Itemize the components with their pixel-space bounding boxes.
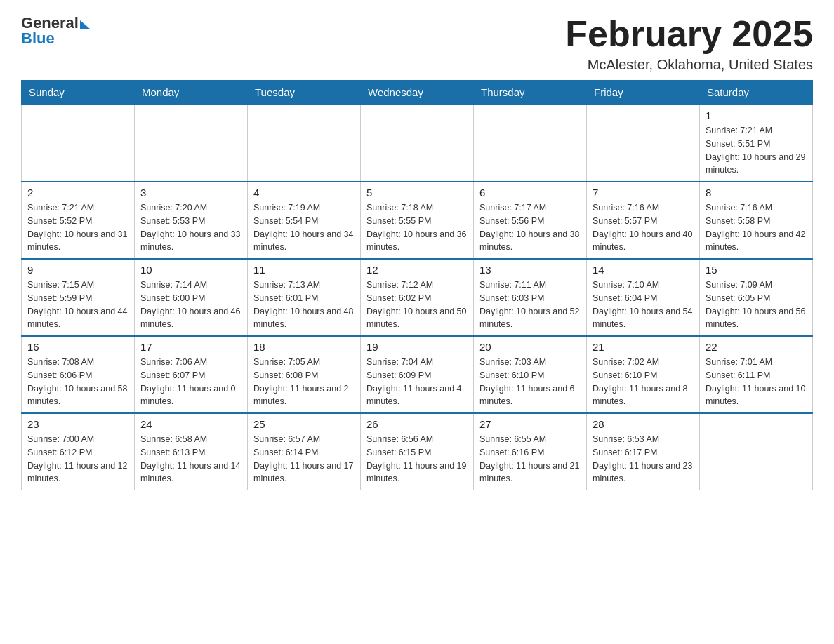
- day-number: 26: [366, 418, 468, 430]
- day-info: Sunrise: 7:11 AMSunset: 6:03 PMDaylight:…: [479, 279, 581, 331]
- day-of-week-header: Wednesday: [361, 81, 474, 105]
- day-info: Sunrise: 7:04 AMSunset: 6:09 PMDaylight:…: [366, 356, 468, 408]
- day-info: Sunrise: 6:57 AMSunset: 6:14 PMDaylight:…: [253, 433, 355, 485]
- day-info: Sunrise: 7:05 AMSunset: 6:08 PMDaylight:…: [253, 356, 355, 408]
- calendar-day-cell: 24Sunrise: 6:58 AMSunset: 6:13 PMDayligh…: [135, 413, 248, 490]
- calendar-day-cell: 14Sunrise: 7:10 AMSunset: 6:04 PMDayligh…: [587, 259, 700, 336]
- day-info: Sunrise: 7:21 AMSunset: 5:51 PMDaylight:…: [706, 124, 807, 177]
- calendar-day-cell: 13Sunrise: 7:11 AMSunset: 6:03 PMDayligh…: [474, 259, 587, 336]
- calendar-day-cell: 5Sunrise: 7:18 AMSunset: 5:55 PMDaylight…: [361, 182, 474, 259]
- calendar-week-row: 2Sunrise: 7:21 AMSunset: 5:52 PMDaylight…: [22, 182, 813, 259]
- day-number: 1: [706, 109, 807, 121]
- calendar-day-cell: 8Sunrise: 7:16 AMSunset: 5:58 PMDaylight…: [700, 182, 813, 259]
- calendar-day-cell: 11Sunrise: 7:13 AMSunset: 6:01 PMDayligh…: [248, 259, 361, 336]
- day-of-week-header: Friday: [587, 81, 700, 105]
- calendar-day-cell: 10Sunrise: 7:14 AMSunset: 6:00 PMDayligh…: [135, 259, 248, 336]
- month-title: February 2025: [565, 14, 813, 54]
- calendar-day-cell: 22Sunrise: 7:01 AMSunset: 6:11 PMDayligh…: [700, 336, 813, 413]
- day-number: 12: [366, 264, 468, 276]
- page-header: General Blue February 2025 McAlester, Ok…: [21, 14, 813, 73]
- calendar-day-cell: [700, 413, 813, 490]
- calendar-day-cell: 7Sunrise: 7:16 AMSunset: 5:57 PMDaylight…: [587, 182, 700, 259]
- day-number: 11: [253, 264, 355, 276]
- calendar-day-cell: 23Sunrise: 7:00 AMSunset: 6:12 PMDayligh…: [22, 413, 135, 490]
- day-of-week-header: Thursday: [474, 81, 587, 105]
- day-number: 7: [593, 187, 694, 199]
- calendar-day-cell: 18Sunrise: 7:05 AMSunset: 6:08 PMDayligh…: [248, 336, 361, 413]
- day-info: Sunrise: 6:56 AMSunset: 6:15 PMDaylight:…: [366, 433, 468, 485]
- logo-arrow-icon: [80, 20, 90, 29]
- calendar-day-cell: 12Sunrise: 7:12 AMSunset: 6:02 PMDayligh…: [361, 259, 474, 336]
- calendar-day-cell: 2Sunrise: 7:21 AMSunset: 5:52 PMDaylight…: [22, 182, 135, 259]
- calendar-week-row: 1Sunrise: 7:21 AMSunset: 5:51 PMDaylight…: [22, 105, 813, 182]
- day-number: 3: [140, 187, 241, 199]
- day-info: Sunrise: 6:53 AMSunset: 6:17 PMDaylight:…: [593, 433, 694, 485]
- calendar-day-cell: 16Sunrise: 7:08 AMSunset: 6:06 PMDayligh…: [22, 336, 135, 413]
- logo: General Blue: [21, 14, 90, 48]
- calendar-day-cell: [361, 105, 474, 182]
- day-number: 5: [366, 187, 468, 199]
- calendar-day-cell: 1Sunrise: 7:21 AMSunset: 5:51 PMDaylight…: [700, 105, 813, 182]
- day-number: 28: [593, 418, 694, 430]
- calendar-day-cell: 15Sunrise: 7:09 AMSunset: 6:05 PMDayligh…: [700, 259, 813, 336]
- day-info: Sunrise: 7:06 AMSunset: 6:07 PMDaylight:…: [140, 356, 241, 408]
- day-info: Sunrise: 7:02 AMSunset: 6:10 PMDaylight:…: [593, 356, 694, 408]
- day-number: 10: [140, 264, 241, 276]
- calendar-day-cell: 21Sunrise: 7:02 AMSunset: 6:10 PMDayligh…: [587, 336, 700, 413]
- day-number: 21: [593, 341, 694, 353]
- day-number: 14: [593, 264, 694, 276]
- day-number: 13: [479, 264, 581, 276]
- day-of-week-header: Tuesday: [248, 81, 361, 105]
- day-info: Sunrise: 7:18 AMSunset: 5:55 PMDaylight:…: [366, 201, 468, 254]
- calendar-week-row: 16Sunrise: 7:08 AMSunset: 6:06 PMDayligh…: [22, 336, 813, 413]
- calendar-day-cell: [474, 105, 587, 182]
- day-number: 17: [140, 341, 241, 353]
- calendar-day-cell: [22, 105, 135, 182]
- calendar-week-row: 9Sunrise: 7:15 AMSunset: 5:59 PMDaylight…: [22, 259, 813, 336]
- day-info: Sunrise: 7:16 AMSunset: 5:57 PMDaylight:…: [593, 201, 694, 254]
- logo-blue-text: Blue: [21, 29, 55, 48]
- day-number: 15: [706, 264, 807, 276]
- calendar-day-cell: [135, 105, 248, 182]
- calendar-day-cell: 28Sunrise: 6:53 AMSunset: 6:17 PMDayligh…: [587, 413, 700, 490]
- day-info: Sunrise: 7:16 AMSunset: 5:58 PMDaylight:…: [706, 201, 807, 254]
- calendar-table: SundayMondayTuesdayWednesdayThursdayFrid…: [21, 80, 813, 490]
- day-number: 19: [366, 341, 468, 353]
- calendar-day-cell: 6Sunrise: 7:17 AMSunset: 5:56 PMDaylight…: [474, 182, 587, 259]
- day-info: Sunrise: 7:01 AMSunset: 6:11 PMDaylight:…: [706, 356, 807, 408]
- day-info: Sunrise: 6:58 AMSunset: 6:13 PMDaylight:…: [140, 433, 241, 485]
- day-info: Sunrise: 7:13 AMSunset: 6:01 PMDaylight:…: [253, 279, 355, 331]
- day-of-week-header: Sunday: [22, 81, 135, 105]
- day-info: Sunrise: 7:09 AMSunset: 6:05 PMDaylight:…: [706, 279, 807, 331]
- calendar-day-cell: [587, 105, 700, 182]
- calendar-day-cell: 4Sunrise: 7:19 AMSunset: 5:54 PMDaylight…: [248, 182, 361, 259]
- calendar-day-cell: 9Sunrise: 7:15 AMSunset: 5:59 PMDaylight…: [22, 259, 135, 336]
- calendar-day-cell: 26Sunrise: 6:56 AMSunset: 6:15 PMDayligh…: [361, 413, 474, 490]
- day-info: Sunrise: 7:15 AMSunset: 5:59 PMDaylight:…: [27, 279, 128, 331]
- day-info: Sunrise: 7:12 AMSunset: 6:02 PMDaylight:…: [366, 279, 468, 331]
- day-info: Sunrise: 7:00 AMSunset: 6:12 PMDaylight:…: [27, 433, 128, 485]
- day-info: Sunrise: 7:10 AMSunset: 6:04 PMDaylight:…: [593, 279, 694, 331]
- title-area: February 2025 McAlester, Oklahoma, Unite…: [565, 14, 813, 73]
- calendar-day-cell: 3Sunrise: 7:20 AMSunset: 5:53 PMDaylight…: [135, 182, 248, 259]
- day-number: 23: [27, 418, 128, 430]
- day-number: 6: [479, 187, 581, 199]
- day-info: Sunrise: 6:55 AMSunset: 6:16 PMDaylight:…: [479, 433, 581, 485]
- calendar-day-cell: 20Sunrise: 7:03 AMSunset: 6:10 PMDayligh…: [474, 336, 587, 413]
- calendar-day-cell: 19Sunrise: 7:04 AMSunset: 6:09 PMDayligh…: [361, 336, 474, 413]
- day-info: Sunrise: 7:14 AMSunset: 6:00 PMDaylight:…: [140, 279, 241, 331]
- day-number: 22: [706, 341, 807, 353]
- day-info: Sunrise: 7:08 AMSunset: 6:06 PMDaylight:…: [27, 356, 128, 408]
- day-number: 27: [479, 418, 581, 430]
- day-number: 4: [253, 187, 355, 199]
- day-number: 8: [706, 187, 807, 199]
- day-number: 2: [27, 187, 128, 199]
- day-of-week-header: Monday: [135, 81, 248, 105]
- calendar-day-cell: [248, 105, 361, 182]
- day-of-week-header: Saturday: [700, 81, 813, 105]
- day-info: Sunrise: 7:19 AMSunset: 5:54 PMDaylight:…: [253, 201, 355, 254]
- day-number: 18: [253, 341, 355, 353]
- calendar-day-cell: 17Sunrise: 7:06 AMSunset: 6:07 PMDayligh…: [135, 336, 248, 413]
- day-info: Sunrise: 7:20 AMSunset: 5:53 PMDaylight:…: [140, 201, 241, 254]
- day-number: 16: [27, 341, 128, 353]
